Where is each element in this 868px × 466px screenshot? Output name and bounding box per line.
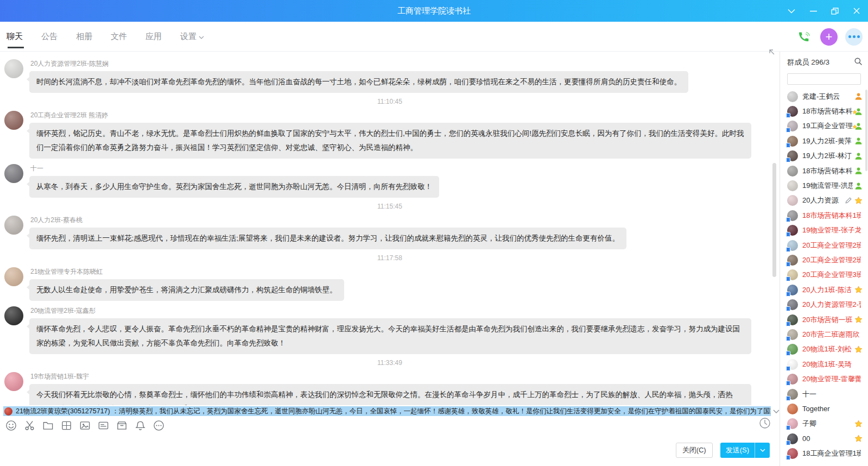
message-bubble[interactable]: 无数人以生命赴使命，用挚爱护苍生，将涓滴之力汇聚成磅礴伟力，构筑起生命的铜墙铁壁…: [29, 279, 344, 301]
sender-avatar[interactable]: [4, 59, 23, 78]
member-avatar: [787, 225, 798, 236]
member-badges: [854, 434, 863, 443]
voice-call-icon[interactable]: [795, 28, 813, 46]
member-row[interactable]: 党建-王鹤云: [780, 89, 868, 104]
message-bubble[interactable]: 时间的长河流淌不息，却冲不淡咱们对革命先烈革命先烈的缅怀。当年他们浴血奋战的每一…: [29, 71, 688, 93]
chat-scrollbar[interactable]: [772, 163, 776, 277]
member-name: 20工商企业管理3班-: [802, 270, 861, 280]
member-row[interactable]: 十一: [780, 387, 868, 401]
bell-icon[interactable]: [134, 419, 147, 432]
selected-text[interactable]: 21物流2班黄琼荣(3051275717) ：清明祭英烈，我们从未忘记，英烈为国…: [3, 406, 771, 416]
mobile-badge-icon: [786, 425, 790, 430]
message-history[interactable]: 20人力资源管理2班-陈慧娴时间的长河流淌不息，却冲不淡咱们对革命先烈革命先烈的…: [0, 52, 780, 405]
send-file-folder-icon[interactable]: [41, 419, 54, 432]
member-row[interactable]: 20物流1班-吴琦: [780, 357, 868, 371]
member-search-input[interactable]: [787, 73, 861, 85]
member-avatar: [787, 299, 798, 310]
mobile-badge-icon: [786, 351, 790, 356]
tab-chat[interactable]: 聊天: [7, 22, 23, 52]
tab-files[interactable]: 文件: [111, 22, 127, 52]
more-options-icon[interactable]: [845, 28, 863, 46]
more-tools-icon[interactable]: [152, 419, 165, 432]
member-row[interactable]: 20人力资源管理2-曹: [780, 297, 868, 312]
file-box-icon[interactable]: [115, 419, 128, 432]
message-sender: 21物业管理专升本陈晓虹: [30, 267, 344, 276]
send-button[interactable]: 发送(S): [720, 443, 755, 458]
member-avatar: [787, 240, 798, 251]
member-name: 20人力资源管理2-曹: [802, 300, 861, 310]
message-history-clock-icon[interactable]: [759, 417, 771, 431]
tab-album[interactable]: 相册: [76, 22, 92, 52]
member-badges: [854, 137, 863, 145]
member-scrollbar[interactable]: [865, 90, 867, 171]
member-row[interactable]: Together: [780, 401, 868, 416]
member-row[interactable]: 18市场营销本科1: [780, 104, 868, 118]
sender-avatar[interactable]: [4, 164, 23, 183]
member-row[interactable]: 20工商企业管理2班: [780, 238, 868, 253]
collapse-sidebar-icon[interactable]: [768, 48, 776, 58]
close-icon[interactable]: [850, 4, 864, 18]
member-row[interactable]: 20工商企业管理2班-: [780, 253, 868, 267]
send-image-icon[interactable]: [78, 419, 91, 432]
expand-preview-icon[interactable]: [773, 406, 780, 416]
member-row[interactable]: 19物流管理-洪思: [780, 178, 868, 193]
member-row[interactable]: 20人力资源: [780, 193, 868, 208]
member-row[interactable]: 18市场营销本科1: [780, 163, 868, 178]
member-row[interactable]: 20物流1班-刘松: [780, 342, 868, 357]
mobile-badge-icon: [786, 381, 790, 386]
screenshot-scissors-icon[interactable]: [23, 419, 36, 432]
member-row[interactable]: 18工商企业管理1班: [780, 446, 868, 461]
tab-announce[interactable]: 公告: [41, 22, 58, 52]
message-bubble[interactable]: 缅怀革命先烈，令人悲叹，更令人振奋。革命先烈们永垂不朽的革命精神是宝贵的精神财富…: [29, 318, 751, 354]
member-row[interactable]: 20工商企业管理3班-: [780, 268, 868, 282]
emoji-icon[interactable]: [4, 419, 17, 432]
input-toolbar: [0, 416, 780, 434]
member-row[interactable]: 18市场营销本科1班-: [780, 208, 868, 223]
star-badge-icon: [854, 197, 863, 205]
member-name: 20物业管理-雷馨蕾: [802, 374, 861, 384]
sender-avatar[interactable]: [4, 372, 23, 391]
member-row[interactable]: 20物业管理-雷馨蕾: [780, 371, 868, 386]
add-member-icon[interactable]: +: [820, 28, 838, 46]
chat-message: 十一从寒冬，到春天，多少人用生命守护生命。英烈为家国舍生忘死，逝世同胞为亦盼山河…: [0, 160, 780, 199]
sender-avatar[interactable]: [4, 216, 23, 235]
tab-settings[interactable]: 设置: [180, 22, 204, 52]
message-bubble[interactable]: 缅怀英烈，铭记历史。青山不老，绿水无忧。是革命烈士们用炽热的鲜血换取了国家的安宁…: [29, 123, 751, 159]
admin-member-icon: [854, 122, 863, 130]
close-button[interactable]: 关闭(C): [676, 443, 713, 458]
chat-message: 20人力2班-蔡春桃缅怀先烈，清明送上一束鲜花;感恩现代，珍惜现在的幸福生活;展…: [0, 211, 780, 250]
chat-message: 21物业管理专升本陈晓虹无数人以生命赴使命，用挚爱护苍生，将涓滴之力汇聚成磅礴伟…: [0, 263, 780, 302]
sender-avatar[interactable]: [4, 267, 23, 286]
mobile-badge-icon: [786, 158, 790, 162]
sender-avatar[interactable]: [4, 306, 23, 325]
window-titlebar: 工商管理学院读书社: [0, 0, 868, 22]
namecard-icon[interactable]: [97, 419, 110, 432]
input-preview-row[interactable]: 21物流2班黄琼荣(3051275717) ：清明祭英烈，我们从未忘记，英烈为国…: [0, 406, 780, 416]
member-row[interactable]: 19人力2班-林汀: [780, 149, 868, 163]
send-options-chevron-icon[interactable]: [755, 443, 770, 458]
mobile-badge-icon: [786, 113, 790, 118]
message-bubble[interactable]: 缅怀先烈，清明送上一束鲜花;感恩现代，珍惜现在的幸福生活;展望将来，我们是未来的…: [29, 228, 626, 249]
tab-apps[interactable]: 应用: [145, 22, 162, 52]
member-row[interactable]: 20市营二班谢雨欣: [780, 327, 868, 342]
message-bubble[interactable]: 今天我们怀着无比崇敬的心情，祭奠革命烈士，缅怀他们的丰功伟绩和崇高精神，表达我们…: [29, 384, 751, 405]
member-row[interactable]: 19工商企业管理1: [780, 119, 868, 134]
member-row[interactable]: 20市场营销一班: [780, 312, 868, 327]
search-member-icon[interactable]: [854, 57, 863, 68]
member-row[interactable]: 00: [780, 431, 868, 446]
member-row[interactable]: 19人力2班-黄萍: [780, 134, 868, 148]
capture-window-icon[interactable]: [60, 419, 73, 432]
message-bubble[interactable]: 从寒冬，到春天，多少人用生命守护生命。英烈为家国舍生忘死，逝世同胞为亦盼山河无恙…: [29, 176, 439, 198]
member-badges: [854, 167, 863, 175]
member-row[interactable]: 19物业管理-张子龙: [780, 223, 868, 238]
member-name: 20物流1班-刘松: [802, 344, 853, 354]
restore-icon[interactable]: [828, 4, 842, 18]
preview-avatar: [4, 407, 12, 415]
sender-avatar[interactable]: [4, 111, 23, 130]
minimize-icon[interactable]: [806, 4, 820, 18]
mobile-badge-icon: [786, 440, 790, 445]
member-avatar: [787, 195, 798, 206]
member-row[interactable]: 子卿: [780, 417, 868, 431]
member-row[interactable]: 20人力1班-陈洁: [780, 282, 868, 297]
hide-panel-icon[interactable]: [784, 4, 799, 18]
